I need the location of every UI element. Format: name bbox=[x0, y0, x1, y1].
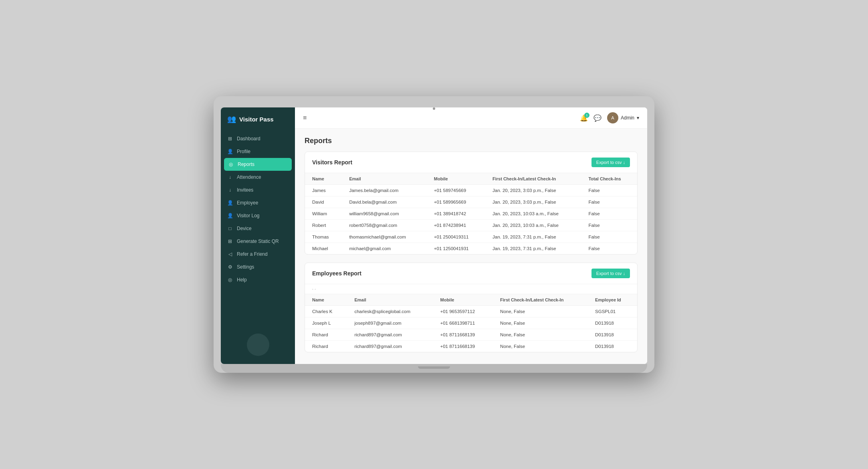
cell-checkin: Jan. 20, 2023, 10:03 a.m., False bbox=[485, 220, 581, 231]
sidebar-item-label: Device bbox=[237, 226, 252, 231]
sidebar-item-label: Visitor Log bbox=[237, 213, 259, 218]
col-name: Name bbox=[305, 294, 347, 306]
sidebar-item-settings[interactable]: ⚙ Settings bbox=[221, 261, 295, 273]
cell-mobile: +01 389418742 bbox=[427, 208, 485, 220]
cell-checkin: None, False bbox=[493, 341, 588, 352]
table-row: David David.bela@gmail.com +01 589965669… bbox=[305, 196, 637, 208]
cell-mobile: +01 589965669 bbox=[427, 196, 485, 208]
cell-total: False bbox=[581, 220, 637, 231]
settings-icon: ⚙ bbox=[227, 264, 233, 270]
sidebar-nav: ⊞ Dashboard 👤 Profile ◎ Reports ↓ Attend… bbox=[221, 131, 295, 325]
menu-toggle-button[interactable]: ≡ bbox=[303, 114, 307, 121]
visitors-report-header: Visitors Report Export to csv ↓ bbox=[305, 152, 637, 173]
cell-checkin: None, False bbox=[493, 329, 588, 341]
employees-report-section: Employees Report Export to csv ↓ · · Nam… bbox=[305, 263, 638, 352]
cell-mobile: +01 2500419311 bbox=[427, 231, 485, 243]
cell-checkin: Jan. 19, 2023, 7:31 p.m., False bbox=[485, 243, 581, 255]
footer-text: Visitor Pass © bbox=[305, 360, 638, 364]
app-logo[interactable]: 👥 Visitor Pass bbox=[221, 107, 295, 131]
employees-export-button[interactable]: Export to csv ↓ bbox=[591, 269, 630, 278]
table-row: Richard richard897@gmail.com +01 8711668… bbox=[305, 341, 637, 352]
page-title: Reports bbox=[305, 137, 638, 145]
visitors-report-table: Name Email Mobile First Check-In/Latest … bbox=[305, 173, 637, 254]
cell-total: False bbox=[581, 231, 637, 243]
employee-icon: 👤 bbox=[227, 200, 233, 206]
sidebar-item-visitor-log[interactable]: 👤 Visitor Log bbox=[221, 209, 295, 222]
topbar-right: 🔔 1 💬 A Admin ▾ bbox=[580, 112, 639, 123]
sidebar-item-label: Refer a Friend bbox=[237, 251, 268, 257]
cell-checkin: Jan. 20, 2023, 3:03 p.m., False bbox=[485, 185, 581, 196]
refer-icon: ◁ bbox=[227, 251, 233, 257]
col-mobile: Mobile bbox=[433, 294, 493, 306]
employees-report-title: Employees Report bbox=[312, 270, 361, 277]
page-content: Reports Visitors Report Export to csv ↓ … bbox=[295, 129, 647, 364]
cell-name: Michael bbox=[305, 243, 342, 255]
notification-button[interactable]: 🔔 1 bbox=[580, 114, 588, 122]
logo-icon: 👥 bbox=[227, 115, 236, 123]
visitors-export-button[interactable]: Export to csv ↓ bbox=[591, 158, 630, 167]
cell-email: charlesk@spliceglobal.com bbox=[347, 306, 433, 317]
cell-mobile: +01 6681398711 bbox=[433, 317, 493, 329]
cell-employee-id: D013918 bbox=[588, 329, 637, 341]
sidebar-item-label: Invitees bbox=[237, 187, 253, 193]
col-email: Email bbox=[342, 173, 426, 185]
attendence-icon: ↓ bbox=[227, 174, 233, 180]
col-checkin: First Check-In/Latest Check-In bbox=[493, 294, 588, 306]
cell-name: David bbox=[305, 196, 342, 208]
chat-button[interactable]: 💬 bbox=[593, 114, 602, 122]
sidebar-item-label: Reports bbox=[238, 162, 254, 167]
col-mobile: Mobile bbox=[427, 173, 485, 185]
table-row: Thomas thomasmichael@gmail.com +01 25004… bbox=[305, 231, 637, 243]
help-icon: ◎ bbox=[227, 277, 233, 283]
cell-total: False bbox=[581, 208, 637, 220]
cell-email: David.bela@gmail.com bbox=[342, 196, 426, 208]
sidebar-item-device[interactable]: □ Device bbox=[221, 222, 295, 235]
cell-checkin: None, False bbox=[493, 306, 588, 317]
cell-email: robert0758@gmail.com bbox=[342, 220, 426, 231]
visitors-report-title: Visitors Report bbox=[312, 159, 352, 166]
notification-badge: 1 bbox=[584, 113, 589, 118]
cell-total: False bbox=[581, 185, 637, 196]
cell-name: William bbox=[305, 208, 342, 220]
sidebar-item-generate-qr[interactable]: ⊞ Generate Static QR bbox=[221, 235, 295, 248]
cell-email: william9658@gmail.com bbox=[342, 208, 426, 220]
sidebar-item-reports[interactable]: ◎ Reports bbox=[224, 158, 292, 171]
qr-icon: ⊞ bbox=[227, 239, 233, 244]
table-row: William william9658@gmail.com +01 389418… bbox=[305, 208, 637, 220]
sidebar-item-profile[interactable]: 👤 Profile bbox=[221, 145, 295, 158]
col-checkin: First Check-In/Latest Check-In bbox=[485, 173, 581, 185]
table-row: Richard richard897@gmail.com +01 8711668… bbox=[305, 329, 637, 341]
chat-icon: 💬 bbox=[593, 115, 602, 121]
employees-filter-text: · · bbox=[305, 284, 637, 294]
invitees-icon: ↓ bbox=[227, 187, 233, 193]
cell-email: joseph897@gmail.com bbox=[347, 317, 433, 329]
sidebar-item-invitees[interactable]: ↓ Invitees bbox=[221, 184, 295, 196]
cell-name: Thomas bbox=[305, 231, 342, 243]
sidebar-item-dashboard[interactable]: ⊞ Dashboard bbox=[221, 132, 295, 145]
admin-label: Admin bbox=[621, 115, 634, 121]
cell-email: richard897@gmail.com bbox=[347, 329, 433, 341]
sidebar-item-label: Generate Static QR bbox=[237, 239, 279, 244]
table-row: James James.bela@gmail.com +01 589745669… bbox=[305, 185, 637, 196]
sidebar-item-attendence[interactable]: ↓ Attendence bbox=[221, 171, 295, 184]
sidebar: 👥 Visitor Pass ⊞ Dashboard 👤 Profile ◎ R… bbox=[221, 107, 295, 364]
employees-table-header-row: Name Email Mobile First Check-In/Latest … bbox=[305, 294, 637, 306]
cell-checkin: Jan. 20, 2023, 3:03 p.m., False bbox=[485, 196, 581, 208]
cell-name: James bbox=[305, 185, 342, 196]
profile-icon: 👤 bbox=[227, 149, 233, 154]
chevron-down-icon: ▾ bbox=[637, 115, 639, 121]
main-content: ≡ 🔔 1 💬 A Admin ▾ bbox=[295, 107, 647, 364]
col-email: Email bbox=[347, 294, 433, 306]
sidebar-item-employee[interactable]: 👤 Employee bbox=[221, 196, 295, 209]
sidebar-item-help[interactable]: ◎ Help bbox=[221, 273, 295, 286]
cell-mobile: +01 8711668139 bbox=[433, 341, 493, 352]
admin-menu-button[interactable]: A Admin ▾ bbox=[607, 112, 639, 123]
visitors-table-header-row: Name Email Mobile First Check-In/Latest … bbox=[305, 173, 637, 185]
sidebar-item-label: Help bbox=[237, 277, 247, 283]
sidebar-item-label: Dashboard bbox=[237, 136, 260, 142]
cell-total: False bbox=[581, 243, 637, 255]
col-total-checkins: Total Check-Ins bbox=[581, 173, 637, 185]
sidebar-item-refer-friend[interactable]: ◁ Refer a Friend bbox=[221, 248, 295, 261]
cell-checkin: Jan. 20, 2023, 10:03 a.m., False bbox=[485, 208, 581, 220]
cell-name: Richard bbox=[305, 329, 347, 341]
